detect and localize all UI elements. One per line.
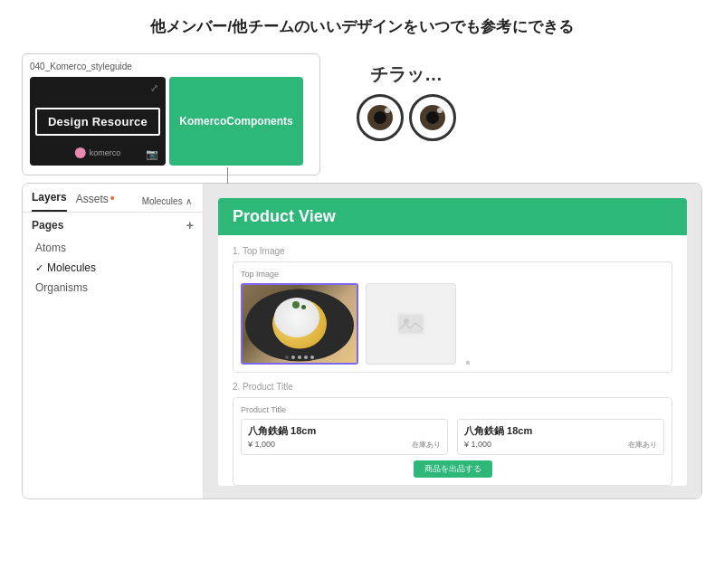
product1-title: 八角鉄鍋 18cm	[248, 424, 441, 438]
product1-stock: 在庫あり	[412, 440, 441, 450]
left-eye-pupil	[374, 111, 386, 124]
product-title-row: 八角鉄鍋 18cm ¥ 1,000 在庫あり 八角鉄鍋 18cm ¥ 1,000	[241, 419, 664, 455]
sidebar-tabs: Layers Assets Molecules ∧	[23, 184, 203, 213]
section1-box-label: Top Image	[241, 270, 664, 279]
product-title-item-1: 八角鉄鍋 18cm ¥ 1,000 在庫あり	[241, 419, 448, 455]
komerco-components-label: KomercoComponents	[176, 111, 296, 131]
right-eye-inner	[420, 105, 445, 130]
design-resource-button[interactable]: Design Resource	[35, 108, 160, 136]
section2-box-label: Product Title	[241, 405, 664, 414]
molecules-page-label: Molecules	[47, 261, 96, 274]
sidebar: Layers Assets Molecules ∧ Pages + Atoms …	[23, 184, 204, 498]
tab-layers[interactable]: Layers	[32, 191, 67, 212]
design-resource-block[interactable]: ⤢ Design Resource komerco 📷	[30, 77, 166, 166]
dot4	[304, 356, 308, 359]
chira-text: チラッ…	[370, 62, 443, 87]
product1-price: ¥ 1,000	[248, 440, 275, 450]
product-title-item-2: 八角鉄鍋 18cm ¥ 1,000 在庫あり	[457, 419, 664, 455]
page-wrapper: 他メンバー/他チームのいいデザインをいつでも参考にできる 040_Komerco…	[0, 0, 724, 588]
top-image-main	[241, 283, 358, 365]
figma-card-label: 040_Komerco_styleguide	[30, 62, 312, 71]
sidebar-item-organisms[interactable]: Organisms	[23, 278, 203, 298]
garnish1	[292, 301, 300, 308]
add-to-cart-button[interactable]: 商品を出品する	[414, 460, 492, 478]
pages-label: Pages	[32, 219, 63, 232]
camera-icon: 📷	[146, 148, 158, 160]
top-image-placeholder	[366, 283, 456, 365]
dot3	[298, 356, 301, 359]
product2-title: 八角鉄鍋 18cm	[464, 424, 657, 438]
figma-panel: Layers Assets Molecules ∧ Pages + Atoms …	[22, 183, 702, 499]
figma-card-inner: ⤢ Design Resource komerco 📷	[30, 77, 312, 167]
product-view-title: Product View	[233, 207, 672, 226]
molecules-label: Molecules	[142, 196, 183, 206]
dot5	[310, 356, 314, 359]
left-eye-highlight	[385, 108, 390, 113]
dot2	[291, 356, 295, 359]
left-eye-inner	[367, 105, 393, 130]
section1-box: Top Image	[233, 261, 672, 373]
garnish2	[301, 305, 306, 309]
section2-label: 2. Product Title	[233, 382, 672, 392]
placeholder-dot	[466, 361, 470, 365]
right-eye-highlight	[437, 108, 443, 113]
molecules-arrow: ∧	[186, 196, 192, 206]
organisms-label: Organisms	[35, 281, 88, 294]
pages-section-header: Pages +	[23, 213, 203, 238]
eyes-container	[357, 94, 456, 141]
product-view-card: Product View 1. Top Image Top Image	[218, 198, 687, 486]
left-eye	[357, 94, 404, 141]
connector-line	[227, 167, 228, 184]
figma-card: 040_Komerco_styleguide ⤢ Design Resource…	[22, 53, 320, 175]
section1-label: 1. Top Image	[233, 246, 672, 256]
chira-area: チラッ…	[357, 62, 456, 141]
right-eye-pupil	[426, 111, 439, 124]
add-page-button[interactable]: +	[186, 218, 194, 232]
sidebar-item-atoms[interactable]: Atoms	[23, 238, 203, 258]
main-canvas: Product View 1. Top Image Top Image	[204, 184, 701, 498]
check-icon: ✓	[35, 262, 43, 274]
komerco-components-block[interactable]: KomercoComponents	[169, 77, 303, 166]
dot1	[285, 356, 289, 359]
right-eye	[409, 94, 456, 141]
komerco-logo-area: komerco	[75, 147, 121, 158]
komerco-text: komerco	[90, 148, 121, 157]
product2-stock: 在庫あり	[628, 440, 657, 450]
add-to-cart-area: 商品を出品する	[241, 459, 664, 478]
komerco-logo-icon	[75, 147, 86, 158]
page-title: 他メンバー/他チームのいいデザインをいつでも参考にできる	[22, 16, 702, 37]
tab-assets[interactable]: Assets	[76, 191, 115, 212]
product-view-body: 1. Top Image Top Image	[218, 235, 687, 486]
molecules-breadcrumb[interactable]: Molecules ∧	[133, 191, 201, 212]
resize-icon: ⤢	[150, 82, 158, 94]
top-image-row	[241, 283, 664, 365]
product-view-header: Product View	[218, 198, 687, 235]
svg-rect-1	[399, 315, 423, 333]
sidebar-item-molecules[interactable]: ✓ Molecules	[23, 258, 203, 278]
svg-point-2	[404, 318, 409, 324]
atoms-label: Atoms	[35, 242, 66, 254]
section2-box: Product Title 八角鉄鍋 18cm ¥ 1,000 在庫あり 八角鉄	[233, 397, 672, 486]
image-dots	[285, 356, 314, 359]
product2-price: ¥ 1,000	[464, 440, 491, 450]
food-illustration	[243, 285, 357, 363]
